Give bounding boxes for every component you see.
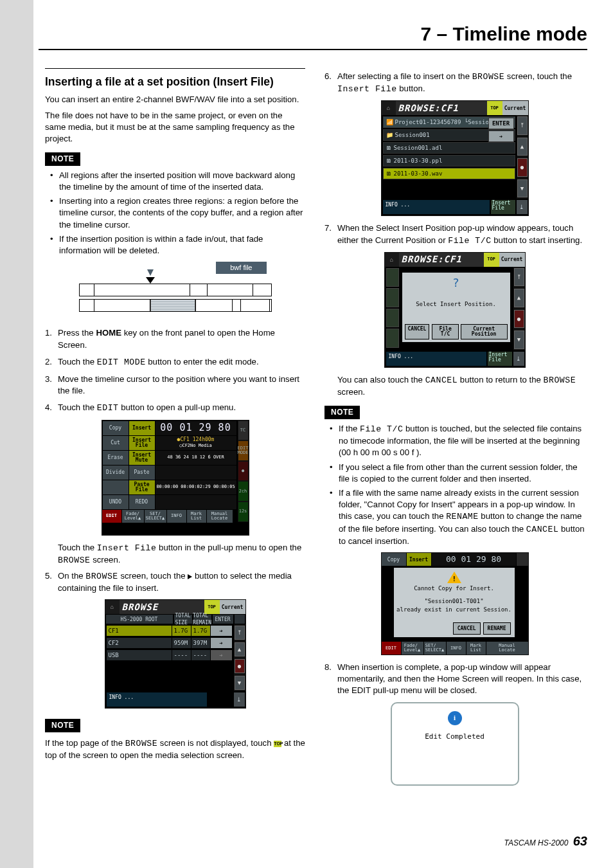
browse-title: BROWSE:CF1 <box>399 253 484 267</box>
cancel-button[interactable]: CANCEL <box>453 622 481 635</box>
scroll-up-icon[interactable]: ▲ <box>235 642 245 656</box>
current-badge[interactable]: Current <box>220 600 245 614</box>
edit-cell[interactable]: Paste <box>129 466 155 480</box>
current-badge[interactable]: Current <box>499 253 525 267</box>
list-item-selected[interactable]: 🗎 2011-03-30.wav <box>383 168 515 179</box>
list-item[interactable]: 🗎 Session001.adl <box>383 142 515 154</box>
cf-status: ●CF1 124h00m <box>177 436 215 443</box>
info-button[interactable]: INFO ... <box>107 692 207 707</box>
edit-cell[interactable]: Divide <box>103 466 129 480</box>
note1-item: Inserting into a region creates three re… <box>53 195 305 231</box>
edit-cell[interactable]: UNDO <box>103 495 129 509</box>
note-tag: NOTE <box>324 406 360 419</box>
edit-bot-btn[interactable]: SET/ SELECT▲ <box>145 510 166 523</box>
edit-bot-btn[interactable]: INFO <box>447 642 466 655</box>
insert-file-button[interactable]: Insert File <box>488 352 512 366</box>
page-number: 63 <box>573 834 587 848</box>
edit-bot-btn[interactable]: Mark List <box>187 510 206 523</box>
screenshot-select-position: ⌂ BROWSE:CF1 TOP Current ? Select Insert… <box>384 252 526 368</box>
arrow-right-icon <box>188 574 192 579</box>
scroll-down-icon[interactable]: ▼ <box>514 330 524 349</box>
edit-cell[interactable]: Insert Mute <box>129 451 155 465</box>
step-num: 6. <box>324 71 332 82</box>
popup-message: Edit Completed <box>392 732 518 741</box>
left-column: Inserting a file at a set position (Inse… <box>45 68 305 788</box>
current-badge[interactable]: Current <box>502 101 528 115</box>
cursor-marker-icon <box>146 277 155 284</box>
page-header: 7 – Timeline mode <box>39 23 587 50</box>
steps-list: 1. Press the HOME key on the front panel… <box>45 327 305 414</box>
edit-cell[interactable]: Copy <box>382 553 406 566</box>
back-icon[interactable]: ⌂ <box>382 101 396 115</box>
edit-cell-insert-file[interactable]: Insert File <box>129 436 155 450</box>
edit-bot-btn[interactable]: Manual Locate <box>486 642 528 655</box>
browse-row[interactable]: CF11.7G1.7G➔ <box>106 625 233 637</box>
edit-bot-btn[interactable]: Fade/ Level▲ <box>402 642 423 655</box>
top-icon[interactable]: TOP <box>484 253 499 267</box>
step-text: Touch the EDIT button to open a pull-up … <box>58 402 236 412</box>
scroll-bottom-icon[interactable]: ⤓ <box>517 200 528 214</box>
bwf-file-label: bwf file <box>216 262 266 274</box>
step-text: When the Select Insert Position pop-up w… <box>337 223 582 244</box>
edit-cell[interactable]: Cut <box>103 436 129 450</box>
edit-button[interactable]: EDIT <box>382 642 401 655</box>
note-tag: NOTE <box>45 152 80 166</box>
edit-cell[interactable]: Copy <box>103 421 129 435</box>
timeline-row-after <box>79 299 272 312</box>
current-position-button[interactable]: Current Position <box>461 324 508 339</box>
insert-file-button[interactable]: Insert File <box>491 200 515 214</box>
edit-cell[interactable]: Erase <box>103 451 129 465</box>
scroll-bottom-icon[interactable]: ⤓ <box>234 692 245 707</box>
list-item[interactable]: 🗎 2011-03-30.ppl <box>383 155 515 167</box>
section-heading: Inserting a file at a set position (Inse… <box>45 68 305 89</box>
scroll-up-icon[interactable]: ▲ <box>514 289 524 307</box>
screenshot-browse-cf1: ⌂ BROWSE:CF1 TOP Current 📶 Project01-123… <box>381 100 529 216</box>
edit-button[interactable]: EDIT <box>102 510 121 523</box>
arrow-right-icon[interactable]: ➔ <box>488 131 514 142</box>
scroll-down-icon[interactable]: ▼ <box>517 179 528 198</box>
note-item: If a file with the same name already exi… <box>332 487 585 547</box>
edit-cell[interactable]: REDO <box>129 495 155 509</box>
scroll-top-icon[interactable]: ⤒ <box>235 626 245 640</box>
back-icon[interactable]: ⌂ <box>105 600 120 614</box>
info-button[interactable]: INFO ... <box>383 200 490 214</box>
rename-button[interactable]: RENAME <box>483 622 511 635</box>
scroll-top-icon[interactable]: ⤒ <box>514 268 524 287</box>
arrow-down-icon <box>147 269 154 276</box>
edit-cell-insert[interactable]: Insert <box>129 421 155 435</box>
step-num: 3. <box>45 374 52 385</box>
popup-detail: already exist in current Session. <box>394 606 515 613</box>
edit-bot-btn[interactable]: SET/ SELECT▲ <box>424 642 446 655</box>
edit-cell[interactable]: Insert <box>407 553 431 566</box>
note-list-right: If the File T/C button is touched, but t… <box>324 423 585 547</box>
record-icon[interactable]: ● <box>235 659 245 673</box>
cancel-button[interactable]: CANCEL <box>405 324 430 339</box>
browse-row[interactable]: CF2959M397M➔ <box>106 637 233 649</box>
back-icon[interactable]: ⌂ <box>385 253 399 267</box>
top-icon[interactable]: TOP <box>487 101 502 115</box>
info-button[interactable]: INFO ... <box>386 352 486 366</box>
edit-bot-btn[interactable]: Mark List <box>466 642 486 655</box>
browse-row[interactable]: USB--------➔ <box>106 649 233 661</box>
popup-message: Cannot Copy for Insert. <box>394 584 515 592</box>
enter-button[interactable]: ENTER <box>488 118 514 129</box>
step-num: 5. <box>45 570 52 582</box>
scroll-top-icon[interactable]: ⤒ <box>517 116 528 135</box>
scroll-up-icon[interactable]: ▲ <box>517 138 528 156</box>
record-icon[interactable]: ● <box>514 310 524 329</box>
scroll-bottom-icon[interactable]: ⤓ <box>513 352 524 366</box>
scroll-down-icon[interactable]: ▼ <box>235 676 245 690</box>
edit-bot-btn[interactable]: Fade/ Level▲ <box>122 510 144 523</box>
note-item: If you select a file from other than the… <box>332 462 585 485</box>
warning-icon <box>447 572 461 583</box>
edit-bot-btn[interactable]: Manual Locate <box>207 510 233 523</box>
screenshot-browse-media: ⌂ BROWSE TOP Current HS-2000 ROOT TOTAL … <box>105 599 246 709</box>
file-tc-button[interactable]: File T/C <box>432 324 458 339</box>
arrow-right-icon[interactable]: ➔ <box>211 626 233 636</box>
edit-cell[interactable]: Paste File <box>129 480 155 494</box>
note1-item: If the insertion position is within a fa… <box>53 233 305 257</box>
record-icon[interactable]: ● <box>517 158 528 177</box>
arrow-right-icon[interactable]: ➔ <box>211 638 233 648</box>
edit-bot-btn[interactable]: INFO <box>167 510 186 523</box>
step-text: When insertion is complete, a pop-up win… <box>337 662 582 695</box>
